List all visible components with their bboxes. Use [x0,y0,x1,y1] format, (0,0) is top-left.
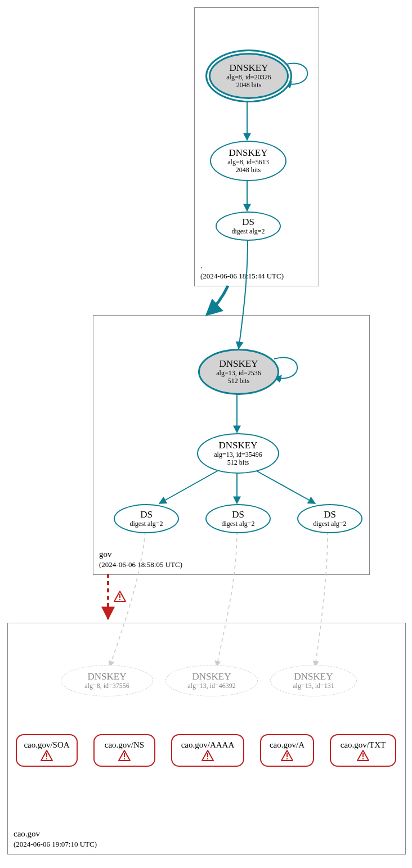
node-gov-ds2-title: DS [232,509,244,520]
node-gov-ds3-line1: digest alg=2 [313,520,346,528]
node-gov-zsk-line2: 512 bits [227,459,249,467]
node-gov-ds1: DS digest alg=2 [114,504,179,533]
node-root-ksk: DNSKEY alg=8, id=20326 2048 bits [205,50,292,102]
node-root-ksk-line1: alg=8, id=20326 [226,74,271,82]
zone-root-label: . (2024-06-06 18:15:44 UTC) [200,260,284,282]
node-root-zsk-line1: alg=8, id=5613 [227,159,269,167]
node-gov-ds2: DS digest alg=2 [205,504,271,533]
warning-icon [118,750,131,761]
node-cao-key1-line1: alg=8, id=37556 [84,682,129,690]
node-cao-key3-line1: alg=13, id=131 [293,682,334,690]
zone-cao-label: cao.gov (2024-06-06 19:07:10 UTC) [14,829,97,850]
node-cao-key2-line1: alg=13, id=46392 [187,682,236,690]
node-root-zsk-title: DNSKEY [229,147,268,159]
node-rr-a-title: cao.gov/A [270,740,304,750]
node-gov-zsk: DNSKEY alg=13, id=35496 512 bits [197,433,279,474]
node-cao-key3: DNSKEY alg=13, id=131 [270,665,357,696]
zone-root-timestamp: (2024-06-06 18:15:44 UTC) [200,272,284,280]
node-gov-ds1-line1: digest alg=2 [129,520,163,528]
node-root-zsk: DNSKEY alg=8, id=5613 2048 bits [210,141,286,181]
zone-gov-label: gov (2024-06-06 18:58:05 UTC) [99,549,182,570]
zone-cao-timestamp: (2024-06-06 19:07:10 UTC) [14,840,97,848]
node-rr-a: cao.gov/A [260,734,314,767]
node-root-ds: DS digest alg=2 [216,212,281,241]
zone-gov-name: gov [99,550,112,559]
node-gov-ksk-title: DNSKEY [220,358,258,370]
node-gov-zsk-title: DNSKEY [219,440,258,451]
warning-icon [114,591,126,602]
node-root-ds-line1: digest alg=2 [231,228,265,236]
warning-icon [281,750,293,761]
zone-cao-name: cao.gov [14,829,40,838]
node-gov-ksk-line2: 512 bits [228,377,249,385]
warning-icon [201,750,214,761]
node-rr-aaaa: cao.gov/AAAA [171,734,244,767]
node-gov-zsk-line1: alg=13, id=35496 [214,451,262,459]
node-gov-ksk-line1: alg=13, id=2536 [216,370,261,377]
node-rr-aaaa-title: cao.gov/AAAA [181,740,235,750]
node-rr-ns: cao.gov/NS [93,734,155,767]
warning-icon [357,750,369,761]
node-rr-ns-title: cao.gov/NS [105,740,144,750]
node-rr-txt: cao.gov/TXT [330,734,396,767]
zone-gov-timestamp: (2024-06-06 18:58:05 UTC) [99,560,182,569]
node-root-ds-title: DS [242,217,254,228]
node-cao-key2-title: DNSKEY [192,671,231,682]
node-root-ksk-title: DNSKEY [230,62,268,74]
node-gov-ds3-title: DS [324,509,336,520]
zone-root-name: . [200,261,203,270]
node-gov-ksk: DNSKEY alg=13, id=2536 512 bits [198,349,279,395]
node-rr-soa-title: cao.gov/SOA [24,740,69,750]
edge-root-to-gov [207,286,228,315]
node-gov-ds2-line1: digest alg=2 [221,520,254,528]
node-cao-key2: DNSKEY alg=13, id=46392 [165,665,258,696]
node-gov-ds3: DS digest alg=2 [297,504,362,533]
node-root-ksk-line2: 2048 bits [236,82,261,89]
node-rr-soa: cao.gov/SOA [16,734,78,767]
node-root-zsk-line2: 2048 bits [236,167,261,174]
node-cao-key3-title: DNSKEY [294,671,333,682]
node-cao-key1: DNSKEY alg=8, id=37556 [61,665,153,696]
warning-icon [41,750,53,761]
node-cao-key1-title: DNSKEY [88,671,127,682]
node-rr-txt-title: cao.gov/TXT [341,740,386,750]
node-gov-ds1-title: DS [140,509,153,520]
